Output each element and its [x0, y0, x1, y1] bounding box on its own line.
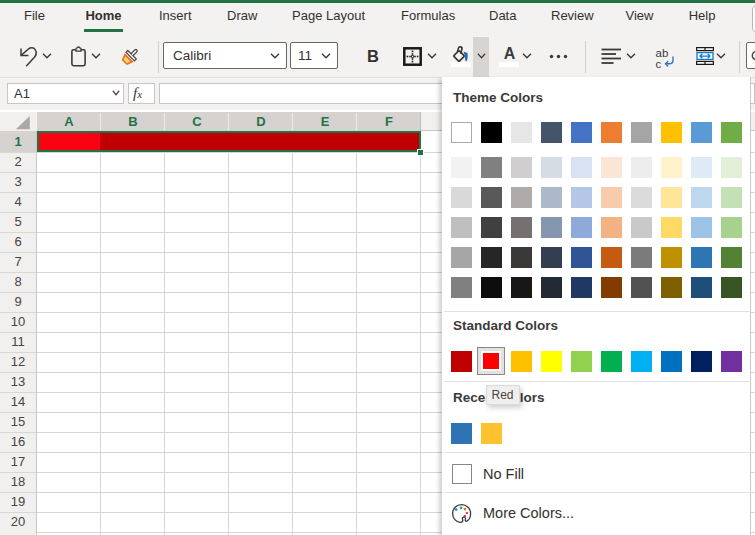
svg-text:ab: ab	[656, 47, 669, 59]
svg-text:c: c	[656, 58, 662, 70]
